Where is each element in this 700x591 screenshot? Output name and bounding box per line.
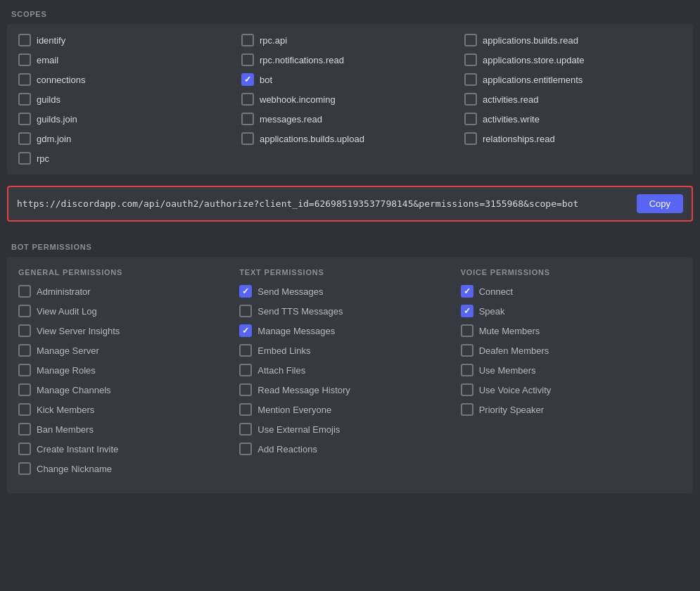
scope-checkbox-bot[interactable] (241, 73, 254, 86)
scope-checkbox-applications_store_update[interactable] (464, 53, 477, 66)
perm-checkbox[interactable] (239, 305, 252, 317)
perm-checkbox[interactable] (18, 364, 31, 376)
perm-checkbox[interactable] (18, 423, 31, 436)
scope-checkbox-gdm_join[interactable] (18, 132, 31, 145)
scope-checkbox-webhook_incoming[interactable] (241, 93, 254, 106)
perm-checkbox[interactable] (461, 285, 473, 298)
copy-button[interactable]: Copy (637, 194, 683, 213)
voice-permissions-column: VOICE PERMISSIONSConnectSpeakMute Member… (461, 268, 682, 482)
scope-checkbox-rpc[interactable] (18, 152, 31, 165)
perm-item: Administrator (18, 285, 228, 298)
scope-item-guilds: guilds (18, 93, 236, 106)
scope-label-rpc_api: rpc.api (260, 35, 287, 46)
perm-checkbox[interactable] (18, 344, 31, 357)
scope-checkbox-identify[interactable] (18, 34, 31, 46)
perm-checkbox[interactable] (239, 344, 252, 357)
perm-checkbox[interactable] (461, 344, 473, 357)
scope-label-messages_read: messages.read (260, 114, 322, 125)
scope-label-identify: identify (37, 35, 65, 46)
perm-checkbox[interactable] (18, 305, 31, 317)
scope-checkbox-email[interactable] (18, 53, 31, 66)
scope-checkbox-activities_read[interactable] (464, 93, 477, 106)
scope-label-applications_builds_read: applications.builds.read (483, 35, 578, 46)
perm-item: Create Instant Invite (18, 443, 228, 455)
perm-checkbox[interactable] (239, 403, 252, 416)
text-col-header: TEXT PERMISSIONS (239, 268, 449, 277)
scope-label-rpc_notifications_read: rpc.notifications.read (260, 55, 344, 65)
perm-checkbox[interactable] (239, 364, 252, 376)
perm-item: Connect (461, 285, 670, 298)
scope-checkbox-applications_entitlements[interactable] (464, 73, 477, 86)
perm-item: View Server Insights (18, 324, 228, 337)
scope-checkbox-rpc_notifications_read[interactable] (241, 53, 254, 66)
scope-label-activities_write: activities.write (483, 114, 540, 125)
scope-item-applications_entitlements: applications.entitlements (464, 73, 682, 86)
scope-label-guilds_join: guilds.join (37, 114, 77, 125)
perm-checkbox[interactable] (461, 364, 473, 376)
perm-checkbox[interactable] (18, 383, 31, 396)
perm-checkbox[interactable] (18, 324, 31, 337)
scope-item-rpc_api: rpc.api (241, 34, 459, 46)
perm-label: View Server Insights (37, 326, 120, 336)
perm-checkbox[interactable] (18, 462, 31, 475)
perm-checkbox[interactable] (239, 324, 252, 337)
perm-checkbox[interactable] (461, 324, 473, 337)
scope-label-webhook_incoming: webhook.incoming (260, 94, 336, 105)
perm-label: Ban Members (37, 424, 94, 435)
perm-item: Send Messages (239, 285, 449, 298)
scope-checkbox-guilds_join[interactable] (18, 113, 31, 125)
scope-label-gdm_join: gdm.join (37, 134, 71, 144)
scope-item-applications_builds_read: applications.builds.read (464, 34, 682, 46)
perm-label: Attach Files (257, 365, 305, 376)
scope-label-connections: connections (37, 75, 85, 85)
perm-checkbox[interactable] (239, 443, 252, 455)
perm-checkbox[interactable] (239, 285, 252, 298)
scope-label-email: email (37, 55, 58, 65)
perm-checkbox[interactable] (239, 423, 252, 436)
perm-label: Deafen Members (479, 345, 549, 356)
scope-checkbox-relationships_read[interactable] (464, 132, 477, 145)
scope-label-guilds: guilds (37, 94, 61, 105)
perm-item: Mute Members (461, 324, 670, 337)
scopes-grid: identifyrpc.apiapplications.builds.reade… (18, 34, 682, 165)
scope-checkbox-rpc_api[interactable] (241, 34, 254, 46)
perm-item: Embed Links (239, 344, 449, 357)
scope-item-activities_read: activities.read (464, 93, 682, 106)
perm-checkbox[interactable] (461, 305, 473, 317)
perm-checkbox[interactable] (461, 383, 473, 396)
perm-item: Manage Channels (18, 383, 228, 396)
scope-label-applications_entitlements: applications.entitlements (483, 75, 583, 85)
perm-item: Manage Roles (18, 364, 228, 376)
scope-item-rpc_notifications_read: rpc.notifications.read (241, 53, 459, 66)
perm-checkbox[interactable] (18, 403, 31, 416)
scope-checkbox-activities_write[interactable] (464, 113, 477, 125)
perm-label: Administrator (37, 286, 91, 297)
perm-label: View Audit Log (37, 306, 97, 317)
scope-checkbox-messages_read[interactable] (241, 113, 254, 125)
general-permissions-column: GENERAL PERMISSIONSAdministratorView Aud… (18, 268, 239, 482)
scope-checkbox-guilds[interactable] (18, 93, 31, 106)
perm-item: Change Nickname (18, 462, 228, 475)
perm-item: Priority Speaker (461, 403, 670, 416)
scope-checkbox-applications_builds_read[interactable] (464, 34, 477, 46)
perm-label: Use Voice Activity (479, 385, 552, 395)
permissions-box: GENERAL PERMISSIONSAdministratorView Aud… (7, 257, 693, 493)
perm-checkbox[interactable] (461, 403, 473, 416)
perm-item: Mention Everyone (239, 403, 449, 416)
scopes-section-label: SCOPES (0, 0, 700, 24)
scope-checkbox-applications_builds_upload[interactable] (241, 132, 254, 145)
scope-label-bot: bot (260, 75, 272, 85)
perm-label: Send Messages (257, 286, 323, 297)
perm-label: Manage Channels (37, 385, 111, 395)
scope-checkbox-connections[interactable] (18, 73, 31, 86)
scopes-container: identifyrpc.apiapplications.builds.reade… (7, 24, 693, 174)
scope-label-applications_store_update: applications.store.update (483, 55, 585, 65)
perm-checkbox[interactable] (239, 383, 252, 396)
perm-item: Kick Members (18, 403, 228, 416)
scope-item-guilds_join: guilds.join (18, 113, 236, 125)
perm-checkbox[interactable] (18, 443, 31, 455)
perm-item: Add Reactions (239, 443, 449, 455)
perm-checkbox[interactable] (18, 285, 31, 298)
bot-permissions-section: GENERAL PERMISSIONSAdministratorView Aud… (7, 257, 693, 493)
perm-item: Attach Files (239, 364, 449, 376)
